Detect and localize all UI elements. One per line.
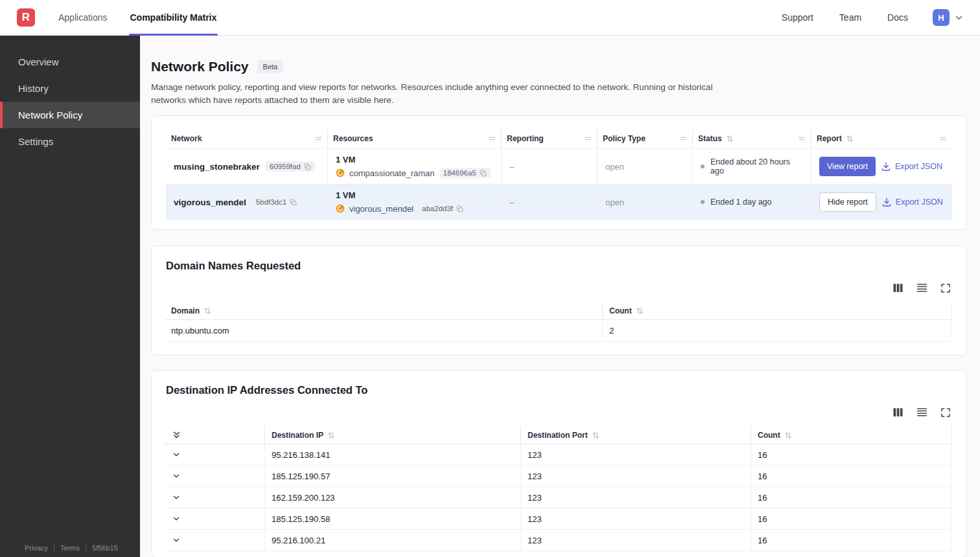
copy-icon[interactable]: [304, 163, 311, 170]
export-json-link[interactable]: Export JSON: [881, 162, 942, 171]
column-resize-handle-icon[interactable]: [798, 135, 806, 142]
fullscreen-icon[interactable]: [940, 407, 951, 418]
row-expand-icon[interactable]: [171, 471, 181, 481]
column-header-count[interactable]: Count: [751, 426, 952, 444]
column-label: Network: [171, 134, 202, 143]
fullscreen-icon[interactable]: [940, 283, 951, 293]
destination-port-cell: 123: [521, 530, 751, 551]
user-menu[interactable]: H: [933, 9, 963, 26]
sidebar-item-network-policy[interactable]: Network Policy: [0, 102, 140, 128]
count-cell: 16: [751, 508, 952, 529]
column-header-domain[interactable]: Domain: [165, 302, 603, 319]
column-label: Destination Port: [528, 431, 588, 440]
column-resize-handle-icon[interactable]: [314, 135, 322, 142]
network-id: 60959fad: [270, 163, 301, 170]
column-label: Policy Type: [603, 134, 646, 143]
destination-row: 95.216.100.21 123 16: [165, 530, 952, 551]
export-json-link[interactable]: Export JSON: [882, 198, 943, 207]
column-label: Destination IP: [272, 431, 323, 440]
copy-icon[interactable]: [290, 199, 297, 206]
app-logo[interactable]: R: [17, 8, 35, 27]
column-resize-handle-icon[interactable]: [939, 135, 947, 142]
sort-icon[interactable]: [846, 135, 854, 142]
resources-cell: 1 VM compassionate_raman 184696a5: [328, 149, 502, 184]
expander-cell: [165, 466, 265, 486]
column-resize-handle-icon[interactable]: [488, 135, 496, 142]
build-id: 5f56b15: [92, 544, 118, 552]
sidebar-item-settings[interactable]: Settings: [0, 128, 140, 155]
reporting-cell: –: [502, 149, 598, 184]
count-cell: 2: [603, 320, 952, 341]
copy-icon[interactable]: [456, 205, 463, 212]
tab-compatibility-matrix[interactable]: Compatibility Matrix: [130, 0, 217, 36]
divider: [86, 545, 86, 551]
sort-icon[interactable]: [592, 431, 600, 439]
vm-count: 1 VM: [336, 190, 355, 200]
status-cell: Ended 1 day ago: [693, 185, 811, 220]
column-label: Reporting: [507, 134, 544, 143]
column-resize-handle-icon[interactable]: [679, 135, 687, 142]
sort-icon[interactable]: [784, 431, 792, 439]
destination-ip-cell: 162.159.200.123: [265, 487, 521, 508]
columns-icon[interactable]: [892, 407, 904, 418]
beta-badge: Beta: [257, 60, 284, 73]
count-cell: 16: [751, 444, 952, 465]
sidebar-item-overview[interactable]: Overview: [0, 49, 140, 75]
nav-docs-link[interactable]: Docs: [887, 12, 908, 23]
count-cell: 16: [751, 487, 952, 508]
column-header-destination-ip[interactable]: Destination IP: [265, 426, 521, 444]
main-content: Network Policy Beta Manage network polic…: [140, 59, 980, 557]
reporting-cell: –: [502, 185, 598, 220]
nav-team-link[interactable]: Team: [839, 12, 861, 23]
view-report-button[interactable]: View report: [819, 157, 876, 176]
nav-support-link[interactable]: Support: [782, 12, 813, 23]
chevron-down-icon: [955, 14, 963, 22]
avatar: H: [933, 9, 950, 26]
sort-icon[interactable]: [726, 135, 734, 142]
network-row-selected[interactable]: vigorous_mendel 5bdf3dc1 1 VM vigorous_m…: [166, 184, 952, 220]
count-cell: 16: [751, 530, 952, 551]
columns-icon[interactable]: [892, 282, 904, 293]
column-label: Report: [817, 134, 842, 143]
domain-row: ntp.ubuntu.com 2: [165, 320, 952, 342]
row-expand-icon[interactable]: [171, 535, 181, 545]
sort-icon[interactable]: [204, 307, 211, 315]
report-cell: View report Export JSON: [811, 149, 952, 184]
policy-type-cell: open: [598, 185, 693, 220]
row-expand-icon[interactable]: [171, 514, 181, 524]
network-id-badge: 5bdf3dc1: [252, 197, 301, 207]
column-label: Count: [758, 431, 780, 440]
row-expand-icon[interactable]: [171, 492, 181, 503]
column-label: Status: [698, 134, 722, 143]
column-header-reporting: Reporting: [502, 129, 598, 148]
download-icon: [881, 162, 891, 171]
divider: [54, 545, 54, 551]
row-density-icon[interactable]: [916, 407, 928, 418]
expand-all-icon[interactable]: [171, 429, 182, 440]
sidebar-item-history[interactable]: History: [0, 75, 140, 102]
destination-ip-cell: 185.125.190.57: [265, 466, 521, 486]
row-density-icon[interactable]: [916, 282, 928, 293]
network-id-badge: 60959fad: [266, 161, 315, 172]
column-resize-handle-icon[interactable]: [584, 135, 592, 142]
row-expand-icon[interactable]: [171, 449, 181, 460]
domain-names-card: Domain Names Requested Domain Count ntp.…: [151, 245, 967, 356]
terms-link[interactable]: Terms: [60, 544, 80, 552]
hide-report-button[interactable]: Hide report: [819, 192, 876, 212]
resource-id-badge: 184696a5: [439, 168, 491, 178]
tab-applications[interactable]: Applications: [58, 0, 108, 36]
privacy-link[interactable]: Privacy: [25, 544, 48, 552]
resource-id: aba2dd3f: [422, 205, 453, 212]
destination-ip-cell: 95.216.100.21: [265, 530, 521, 551]
top-navbar: R Applications Compatibility Matrix Supp…: [0, 0, 980, 36]
copy-icon[interactable]: [480, 170, 487, 177]
sort-icon[interactable]: [636, 307, 644, 315]
resources-cell: 1 VM vigorous_mendel aba2dd3f: [328, 185, 502, 220]
column-header-destination-port[interactable]: Destination Port: [521, 426, 751, 444]
network-row[interactable]: musing_stonebraker 60959fad 1 VM compass…: [166, 148, 952, 184]
policy-type-cell: open: [598, 149, 693, 184]
sort-icon[interactable]: [327, 431, 335, 439]
status-dot: [701, 165, 705, 168]
column-header-count[interactable]: Count: [603, 302, 952, 319]
destination-row: 95.216.138.141 123 16: [165, 444, 952, 466]
